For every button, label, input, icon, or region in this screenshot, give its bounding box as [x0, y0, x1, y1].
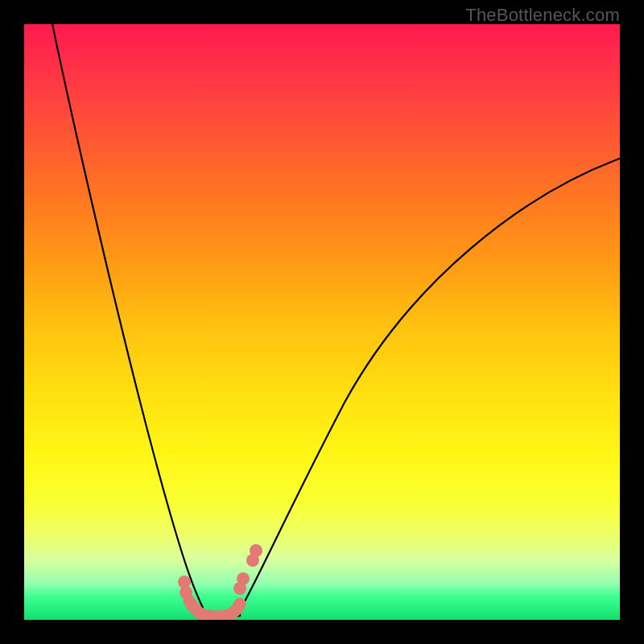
bottleneck-curve	[52, 24, 620, 618]
plot-area	[24, 24, 620, 620]
valley-stroke	[189, 601, 240, 617]
svg-point-3	[237, 572, 250, 585]
curve-svg	[24, 24, 620, 620]
attribution-label: TheBottleneck.com	[465, 5, 620, 26]
chart-frame: TheBottleneck.com	[0, 0, 644, 644]
svg-point-5	[250, 544, 262, 557]
